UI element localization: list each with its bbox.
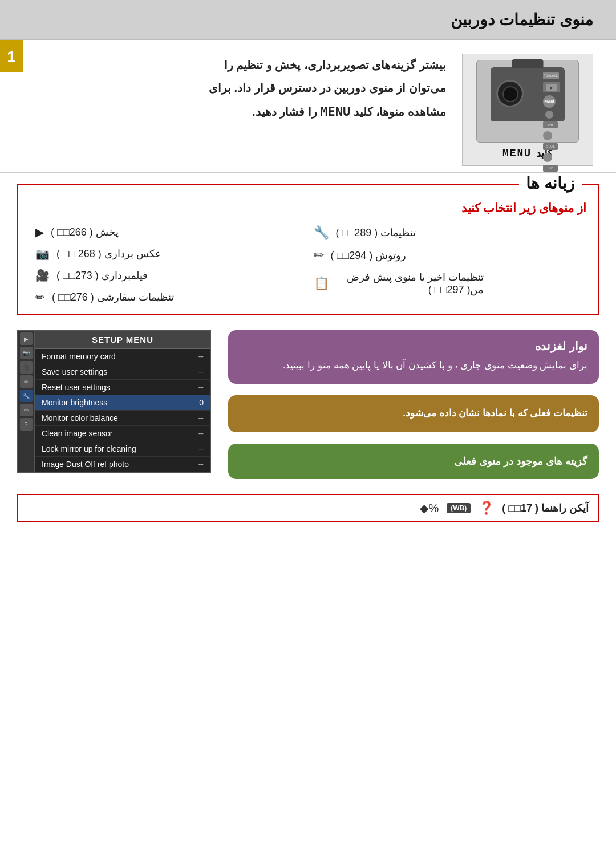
dust-off-val: -- bbox=[190, 460, 204, 469]
lock-mirror-label: Lock mirror up for cleaning bbox=[42, 444, 136, 453]
sidebar-icon-photo: 📷 bbox=[20, 347, 33, 359]
playback-icon: ▶ bbox=[35, 225, 44, 239]
intro-line3-end: را فشار دهید. bbox=[252, 106, 317, 118]
page-title: منوی تنظیمات دوربین bbox=[23, 10, 593, 29]
setup-menu-list: Format memory card -- Save user settings… bbox=[35, 349, 210, 472]
sidebar-icon-help: ? bbox=[20, 418, 33, 431]
guide-bar-label: آیکن راهنما ( 17□□ ) bbox=[502, 502, 589, 514]
save-settings-label: Save user settings bbox=[42, 367, 107, 376]
page-header: منوی تنظیمات دوربین bbox=[0, 0, 616, 40]
menu-item-playback: پخش ( 266□□ ) ▶ bbox=[35, 225, 302, 239]
photo-text: عکس برداری ( 268 □□ ) bbox=[56, 248, 161, 260]
clean-sensor-val: -- bbox=[190, 429, 204, 438]
retouch-icon: ✏ bbox=[314, 248, 324, 263]
photo-icon: 📷 bbox=[35, 247, 50, 261]
recent-icon: 📋 bbox=[314, 276, 329, 291]
monitor-color-label: Monitor color balance bbox=[42, 413, 118, 423]
monitor-color-val: -- bbox=[190, 413, 204, 423]
format-val: -- bbox=[190, 352, 204, 361]
settings-text: تنظیمات ( 289□□ ) bbox=[336, 226, 416, 239]
setup-section: ▶ 📷 🎥 ✏ 🔧 ✏ ? SETUP MENU Format memory c… bbox=[0, 324, 616, 485]
callout-green: گزیته های موجود در منوی فعلی bbox=[228, 444, 599, 480]
save-settings-val: -- bbox=[190, 367, 204, 376]
recent-text: تنظیمات اخیر یا منوی پیش فرض من( 297□□ ) bbox=[336, 271, 484, 296]
reset-settings-label: Reset user settings bbox=[42, 383, 110, 392]
menu-item-clean-sensor[interactable]: Clean image sensor -- bbox=[35, 426, 210, 441]
menu-item-settings: تنظیمات ( 289□□ ) 🔧 bbox=[314, 225, 581, 240]
sidebar-icon-video: 🎥 bbox=[20, 361, 33, 374]
reset-settings-val: -- bbox=[190, 383, 204, 392]
menu-item-reset-settings[interactable]: Reset user settings -- bbox=[35, 380, 210, 395]
menu-item-video: فیلمبرداری ( 273□□ ) 🎥 bbox=[35, 269, 302, 282]
callout-boxes: نوار لغزنده برای نمایش وضعیت منوی جاری ،… bbox=[228, 330, 599, 479]
section-number: 1 bbox=[0, 40, 23, 72]
video-text: فیلمبرداری ( 273□□ ) bbox=[56, 269, 148, 282]
menu-left-col: تنظیمات ( 289□□ ) 🔧 روتوش ( 294□□ ) ✏ تن… bbox=[308, 225, 587, 304]
camera-menu-key: MENU bbox=[502, 148, 532, 159]
languages-subtitle: از منوهای زیر انتخاب کنید bbox=[30, 201, 586, 215]
intro-section: 1 TOOLOCK ▶ MENU WB bbox=[0, 40, 616, 173]
menu-item-custom: تنظیمات سفارشی ( 276□□ ) ✏ bbox=[35, 290, 302, 304]
languages-title: زبانه ها bbox=[519, 174, 582, 193]
callout-purple-body: برای نمایش وضعیت منوی جاری ، و با کشیدن … bbox=[240, 356, 587, 375]
dust-off-label: Image Dust Off ref photo bbox=[42, 460, 129, 469]
intro-text: بیشتر گزینه‌های تصویربرداری، پخش و تنظیم… bbox=[23, 54, 446, 124]
menu-item-monitor-brightness[interactable]: Monitor brightness 0 bbox=[35, 395, 210, 411]
callout-brown-body: تنظیمات فعلی که با نمادها نشان داده می‌ش… bbox=[240, 404, 587, 423]
menu-item-lock-mirror[interactable]: Lock mirror up for cleaning -- bbox=[35, 441, 210, 457]
callout-purple-title: نوار لغزنده bbox=[240, 339, 587, 353]
callout-green-body: گزیته های موجود در منوی فعلی bbox=[240, 453, 587, 470]
guide-icon-wb: (WB) bbox=[447, 503, 471, 513]
sidebar-icon-playback: ▶ bbox=[20, 332, 33, 345]
languages-section: زبانه ها از منوهای زیر انتخاب کنید تنظیم… bbox=[17, 184, 599, 315]
setup-left: ▶ 📷 🎥 ✏ 🔧 ✏ ? SETUP MENU Format memory c… bbox=[17, 330, 211, 473]
sidebar-icon-custom: ✏ bbox=[20, 375, 33, 388]
wrench-icon: 🔧 bbox=[314, 225, 329, 240]
setup-menu-with-icons: ▶ 📷 🎥 ✏ 🔧 ✏ ? SETUP MENU Format memory c… bbox=[17, 330, 211, 473]
monitor-brightness-label: Monitor brightness bbox=[42, 398, 107, 407]
menu-item-save-settings[interactable]: Save user settings -- bbox=[35, 364, 210, 380]
playback-text: پخش ( 266□□ ) bbox=[51, 226, 119, 238]
custom-icon: ✏ bbox=[35, 290, 45, 304]
sidebar-icons: ▶ 📷 🎥 ✏ 🔧 ✏ ? bbox=[17, 330, 34, 473]
clean-sensor-label: Clean image sensor bbox=[42, 429, 113, 438]
format-label: Format memory card bbox=[42, 352, 116, 361]
retouch-text: روتوش ( 294□□ ) bbox=[331, 249, 407, 262]
menu-item-recent: تنظیمات اخیر یا منوی پیش فرض من( 297□□ )… bbox=[314, 271, 581, 296]
menu-item-dust-off[interactable]: Image Dust Off ref photo -- bbox=[35, 457, 210, 472]
callout-brown: تنظیمات فعلی که با نمادها نشان داده می‌ش… bbox=[228, 395, 599, 432]
menu-item-photo: عکس برداری ( 268 □□ ) 📷 bbox=[35, 247, 302, 261]
intro-line2: می‌توان از منوی دوربین در دسترس قرار داد… bbox=[23, 76, 446, 99]
sidebar-icon-retouch: ✏ bbox=[20, 404, 33, 416]
guide-icon-percent: %◆ bbox=[420, 501, 439, 515]
menu-item-retouch: روتوش ( 294□□ ) ✏ bbox=[314, 248, 581, 263]
setup-menu-title: SETUP MENU bbox=[35, 331, 210, 349]
guide-icon-question: ❓ bbox=[479, 501, 494, 516]
sidebar-icon-settings: 🔧 bbox=[20, 390, 33, 402]
bottom-guide-bar: آیکن راهنما ( 17□□ ) ❓ (WB) %◆ bbox=[17, 494, 599, 522]
callout-purple: نوار لغزنده برای نمایش وضعیت منوی جاری ،… bbox=[228, 330, 599, 384]
video-icon: 🎥 bbox=[35, 269, 50, 282]
lock-mirror-val: -- bbox=[190, 444, 204, 453]
menu-item-monitor-color[interactable]: Monitor color balance -- bbox=[35, 411, 210, 426]
intro-line3: مشاهده منوها، کلید MENU را فشار دهید. bbox=[23, 99, 446, 124]
setup-menu: SETUP MENU Format memory card -- Save us… bbox=[34, 330, 211, 473]
menu-right-col: پخش ( 266□□ ) ▶ عکس برداری ( 268 □□ ) 📷 … bbox=[30, 225, 308, 304]
intro-line1: بیشتر گزینه‌های تصویربرداری، پخش و تنظیم… bbox=[23, 54, 446, 76]
intro-line3-start: مشاهده منوها، کلید bbox=[354, 106, 446, 118]
intro-menu-key: MENU bbox=[320, 104, 350, 119]
menu-options-grid: تنظیمات ( 289□□ ) 🔧 روتوش ( 294□□ ) ✏ تن… bbox=[30, 225, 586, 304]
camera-diagram: TOOLOCK ▶ MENU WB QUAL ISO کلید MENU bbox=[462, 54, 593, 166]
menu-item-format[interactable]: Format memory card -- bbox=[35, 349, 210, 364]
monitor-brightness-val: 0 bbox=[190, 398, 204, 407]
custom-text: تنظیمات سفارشی ( 276□□ ) bbox=[52, 291, 174, 303]
